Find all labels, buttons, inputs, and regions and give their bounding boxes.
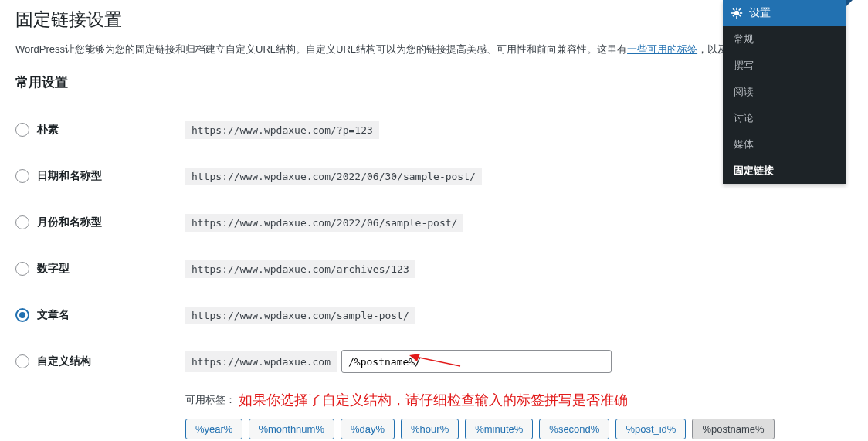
option-label: 数字型 xyxy=(37,262,70,276)
tags-row: %year% %monthnum% %day% %hour% %minute% … xyxy=(185,419,853,441)
option-label: 日期和名称型 xyxy=(37,169,102,183)
svg-rect-8 xyxy=(738,8,741,11)
radio-custom[interactable] xyxy=(15,354,29,368)
tag-year[interactable]: %year% xyxy=(185,419,242,439)
flyout-item-media[interactable]: 媒体 xyxy=(723,131,846,158)
tag-post-id[interactable]: %post_id% xyxy=(615,419,686,439)
svg-rect-3 xyxy=(736,16,737,19)
option-label: 月份和名称型 xyxy=(37,215,102,229)
custom-url-prefix: https://www.wpdaxue.com xyxy=(185,351,337,372)
radio-month-name[interactable] xyxy=(15,215,29,229)
option-example: https://www.wpdaxue.com/2022/06/30/sampl… xyxy=(185,168,482,185)
flyout-item-reading[interactable]: 阅读 xyxy=(723,79,846,105)
option-label: 文章名 xyxy=(37,308,70,322)
option-month-name[interactable]: 月份和名称型 xyxy=(15,215,185,229)
tag-monthnum[interactable]: %monthnum% xyxy=(249,419,334,439)
option-example: https://www.wpdaxue.com/2022/06/sample-p… xyxy=(185,214,463,232)
option-numeric[interactable]: 数字型 xyxy=(15,262,185,276)
option-day-name[interactable]: 日期和名称型 xyxy=(15,169,185,183)
option-label: 自定义结构 xyxy=(37,354,91,368)
option-custom[interactable]: 自定义结构 xyxy=(15,354,185,368)
flyout-header-label: 设置 xyxy=(749,6,771,20)
option-label: 朴素 xyxy=(37,123,59,137)
settings-flyout: 设置 常规 撰写 阅读 讨论 媒体 固定链接 xyxy=(723,0,846,184)
tag-day[interactable]: %day% xyxy=(341,419,395,439)
svg-rect-4 xyxy=(731,12,734,14)
option-plain[interactable]: 朴素 xyxy=(15,123,185,137)
flyout-item-writing[interactable]: 撰写 xyxy=(723,53,846,79)
radio-numeric[interactable] xyxy=(15,262,29,276)
gear-icon xyxy=(731,7,743,19)
flyout-item-discussion[interactable]: 讨论 xyxy=(723,105,846,131)
radio-plain[interactable] xyxy=(15,123,29,137)
available-tags-label: 可用标签： xyxy=(185,393,236,407)
svg-rect-6 xyxy=(732,8,734,11)
radio-postname[interactable] xyxy=(15,308,29,322)
flyout-item-general[interactable]: 常规 xyxy=(723,26,846,53)
tag-minute[interactable]: %minute% xyxy=(465,419,533,439)
tag-second[interactable]: %second% xyxy=(539,419,609,439)
tag-hour[interactable]: %hour% xyxy=(401,419,459,439)
svg-rect-5 xyxy=(740,12,742,14)
annotation-text: 如果你选择了自定义结构，请仔细检查输入的标签拼写是否准确 xyxy=(239,391,628,409)
svg-rect-7 xyxy=(738,14,741,16)
svg-point-10 xyxy=(734,11,739,15)
flyout-header[interactable]: 设置 xyxy=(723,0,846,26)
svg-rect-2 xyxy=(736,8,737,10)
option-example: https://www.wpdaxue.com/archives/123 xyxy=(185,260,415,278)
option-example: https://www.wpdaxue.com/?p=123 xyxy=(185,121,379,139)
custom-structure-input[interactable] xyxy=(341,350,612,373)
tag-postname[interactable]: %postname% xyxy=(692,419,774,439)
radio-day-name[interactable] xyxy=(15,169,29,183)
option-postname[interactable]: 文章名 xyxy=(15,308,185,322)
option-example: https://www.wpdaxue.com/sample-post/ xyxy=(185,307,415,324)
tags-help-link[interactable]: 一些可用的标签 xyxy=(627,43,697,55)
svg-rect-9 xyxy=(732,14,734,16)
flyout-item-permalinks[interactable]: 固定链接 xyxy=(723,158,846,184)
